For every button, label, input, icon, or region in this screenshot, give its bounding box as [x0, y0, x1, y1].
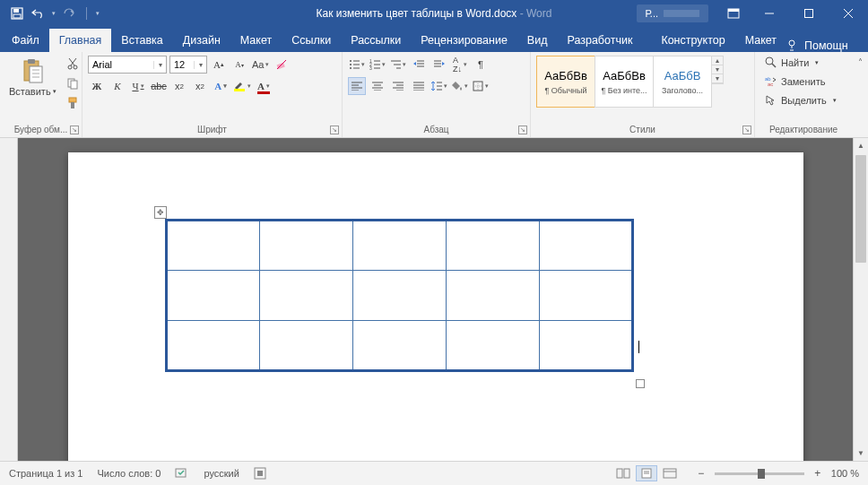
tab-table-layout[interactable]: Макет — [735, 29, 786, 52]
ribbon-display-options-icon[interactable] — [717, 0, 750, 27]
table-cell[interactable] — [352, 221, 446, 271]
grow-font-icon[interactable]: A▴ — [210, 56, 228, 74]
highlight-icon[interactable] — [232, 77, 252, 95]
vertical-ruler[interactable] — [0, 138, 18, 461]
tab-view[interactable]: Вид — [517, 29, 558, 52]
font-size-input[interactable] — [170, 59, 194, 70]
decrease-indent-icon[interactable] — [410, 56, 428, 74]
tell-me-label[interactable]: Помощн — [804, 39, 848, 52]
italic-button[interactable]: К — [108, 77, 126, 95]
line-spacing-icon[interactable] — [430, 77, 448, 95]
minimize-button[interactable] — [750, 0, 789, 27]
multilevel-list-icon[interactable] — [389, 56, 407, 74]
document-page[interactable]: ✥ — [68, 152, 803, 461]
find-button[interactable]: Найти▾ — [760, 54, 841, 71]
styles-scroll-up[interactable]: ▴ — [712, 56, 723, 65]
tab-home[interactable]: Главная — [49, 29, 112, 52]
table-move-handle-icon[interactable]: ✥ — [154, 206, 167, 219]
zoom-in-button[interactable]: + — [812, 467, 824, 480]
status-word-count[interactable]: Число слов: 0 — [97, 468, 161, 479]
table-cell[interactable] — [446, 221, 539, 271]
sort-icon[interactable]: AZ↓ — [451, 56, 469, 74]
tab-insert[interactable]: Вставка — [111, 29, 172, 52]
borders-icon[interactable] — [472, 77, 490, 95]
superscript-button[interactable]: x2 — [191, 77, 209, 95]
table-cell[interactable] — [166, 221, 259, 271]
clear-formatting-icon[interactable] — [273, 56, 291, 74]
table-resize-handle[interactable] — [636, 379, 645, 388]
table-cell[interactable] — [259, 321, 352, 371]
font-name-input[interactable] — [89, 59, 153, 70]
style-item-2[interactable]: АаБбВЗаголово... — [653, 56, 712, 108]
web-layout-icon[interactable] — [659, 465, 681, 481]
style-item-1[interactable]: АаБбВв¶ Без инте... — [595, 56, 654, 108]
table-cell[interactable] — [539, 271, 632, 321]
tab-developer[interactable]: Разработчик — [557, 29, 642, 52]
document-table[interactable] — [165, 219, 634, 372]
font-size-combo[interactable]: ▾ — [169, 56, 207, 74]
styles-scroll-down[interactable]: ▾ — [712, 65, 723, 74]
select-button[interactable]: Выделить▾ — [760, 91, 841, 108]
strikethrough-button[interactable]: abc — [150, 77, 168, 95]
paste-button[interactable]: Вставить▾ — [5, 56, 60, 99]
macro-icon[interactable] — [254, 467, 266, 480]
font-name-combo[interactable]: ▾ — [88, 56, 167, 74]
styles-expand[interactable]: ▾ — [712, 74, 723, 83]
bullets-icon[interactable] — [348, 56, 366, 74]
undo-icon[interactable] — [30, 5, 47, 22]
close-button[interactable] — [829, 0, 868, 27]
format-painter-icon[interactable] — [64, 95, 82, 111]
status-language[interactable]: русский — [204, 468, 239, 479]
styles-dialog-launcher[interactable]: ↘ — [742, 126, 751, 134]
table-cell[interactable] — [539, 221, 632, 271]
zoom-slider-thumb[interactable] — [758, 469, 765, 479]
tab-references[interactable]: Ссылки — [282, 29, 341, 52]
shrink-font-icon[interactable]: A▾ — [230, 56, 248, 74]
table-cell[interactable] — [166, 271, 259, 321]
paragraph-dialog-launcher[interactable]: ↘ — [518, 126, 527, 134]
scroll-down-icon[interactable]: ▼ — [854, 446, 868, 461]
change-case-icon[interactable]: Aa — [251, 56, 270, 74]
shading-icon[interactable] — [451, 77, 469, 95]
scroll-up-icon[interactable]: ▲ — [854, 138, 868, 153]
print-layout-icon[interactable] — [636, 465, 657, 481]
tab-review[interactable]: Рецензирование — [411, 29, 517, 52]
tab-table-design[interactable]: Конструктор — [651, 29, 734, 52]
style-item-0[interactable]: АаБбВв¶ Обычный — [536, 56, 595, 108]
underline-button[interactable]: Ч — [129, 77, 147, 95]
table-cell[interactable] — [259, 271, 352, 321]
copy-icon[interactable] — [64, 75, 82, 91]
font-dialog-launcher[interactable]: ↘ — [330, 126, 339, 134]
zoom-level[interactable]: 100 % — [831, 468, 859, 479]
redo-icon[interactable] — [61, 5, 77, 22]
increase-indent-icon[interactable] — [430, 56, 448, 74]
table-cell[interactable] — [539, 321, 632, 371]
collapse-ribbon-icon[interactable]: ˄ — [858, 57, 863, 67]
zoom-slider[interactable] — [715, 472, 804, 475]
spellcheck-icon[interactable] — [175, 467, 189, 480]
status-page[interactable]: Страница 1 из 1 — [9, 468, 82, 479]
undo-dropdown[interactable]: ▾ — [52, 10, 56, 17]
read-mode-icon[interactable] — [612, 465, 634, 481]
tab-file[interactable]: Файл — [2, 29, 49, 52]
subscript-button[interactable]: x2 — [170, 77, 188, 95]
text-effects-icon[interactable]: A — [212, 77, 230, 95]
table-cell[interactable] — [166, 321, 259, 371]
table-cell[interactable] — [446, 271, 539, 321]
zoom-out-button[interactable]: − — [695, 467, 707, 480]
align-center-icon[interactable] — [369, 77, 386, 95]
tab-layout[interactable]: Макет — [230, 29, 282, 52]
show-marks-icon[interactable]: ¶ — [472, 56, 490, 74]
qat-more-icon[interactable]: ▾ — [96, 10, 100, 17]
table-cell[interactable] — [352, 271, 446, 321]
user-account[interactable]: Р... — [637, 4, 708, 22]
align-left-icon[interactable] — [348, 77, 366, 95]
save-icon[interactable] — [9, 5, 25, 22]
table-cell[interactable] — [259, 221, 352, 271]
font-color-icon[interactable]: A — [255, 77, 273, 95]
align-right-icon[interactable] — [389, 77, 407, 95]
maximize-button[interactable] — [789, 0, 829, 27]
vertical-scrollbar[interactable]: ▲ ▼ — [853, 138, 868, 461]
numbering-icon[interactable]: 123 — [369, 56, 386, 74]
justify-icon[interactable] — [410, 77, 428, 95]
